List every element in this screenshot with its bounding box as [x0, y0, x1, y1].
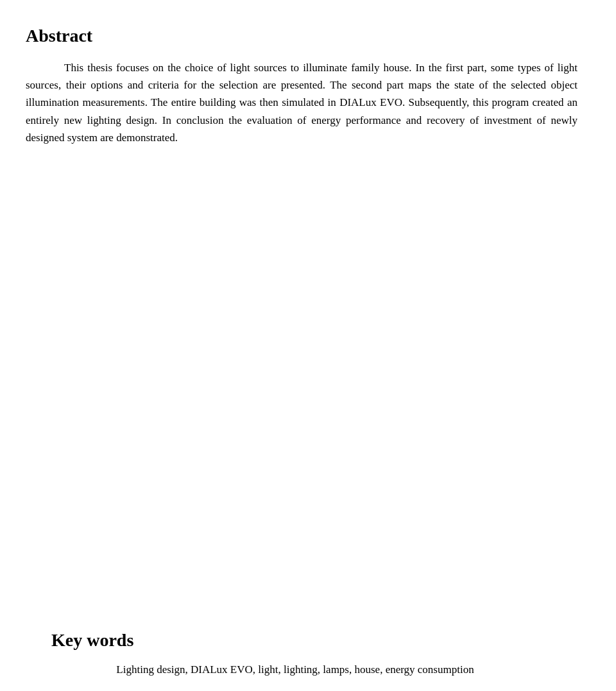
abstract-title: Abstract	[26, 26, 578, 46]
page-wrapper: Abstract This thesis focuses on the choi…	[26, 26, 578, 691]
key-words-section: Key words Lighting design, DIALux EVO, l…	[51, 630, 539, 678]
key-words-title: Key words	[51, 630, 539, 651]
key-words-text: Lighting design, DIALux EVO, light, ligh…	[51, 661, 539, 678]
abstract-body: This thesis focuses on the choice of lig…	[26, 59, 578, 146]
